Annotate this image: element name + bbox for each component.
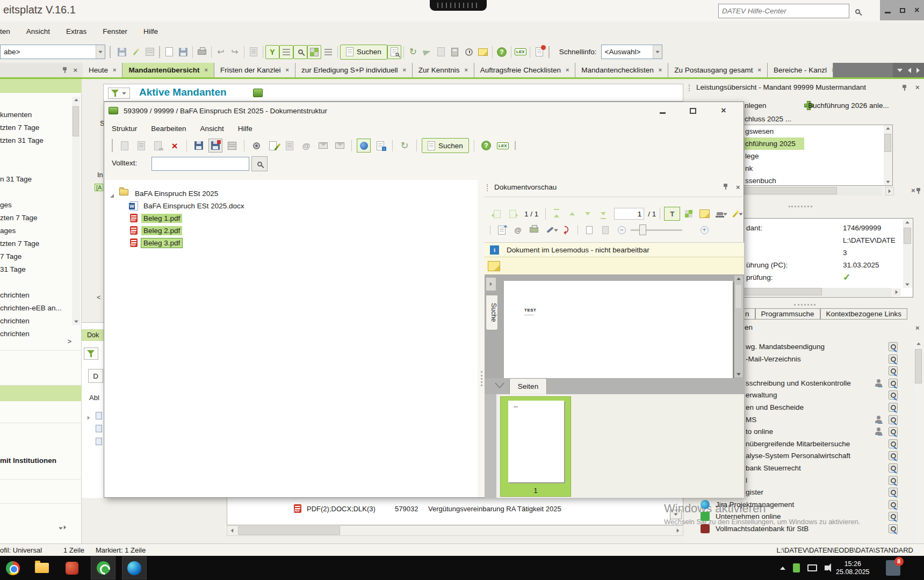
help-search-input[interactable] xyxy=(719,4,849,18)
tree-row[interactable]: Beleg 2.pdf xyxy=(105,224,478,236)
sidebar-item[interactable]: chrichten xyxy=(0,289,72,302)
sidebar-item[interactable]: kumenten xyxy=(0,108,72,121)
calculator-icon[interactable] xyxy=(448,45,462,59)
combo-arrow-icon[interactable] xyxy=(653,45,662,59)
row-fragment[interactable]: chluss 2025 ... xyxy=(745,115,791,123)
tree-view-icon[interactable]: Y xyxy=(265,45,279,59)
menu-item[interactable]: Hilfe xyxy=(238,125,252,133)
volltext-input[interactable] xyxy=(151,157,249,171)
sidebar-item[interactable]: chrichten xyxy=(0,315,72,328)
db-export-icon[interactable] xyxy=(115,45,129,59)
combo-arrow-icon[interactable] xyxy=(96,45,105,59)
dokumente-band[interactable]: Dok xyxy=(82,329,104,341)
tab[interactable]: Fristen der Kanzlei × xyxy=(214,63,295,77)
doc-search-icon[interactable] xyxy=(387,45,401,59)
zoom-slider[interactable] xyxy=(631,229,682,231)
email-at-icon[interactable]: @ xyxy=(511,223,525,236)
listbox-hscrollbar[interactable] xyxy=(740,187,882,195)
menu-item[interactable]: Bearbeiten xyxy=(151,125,186,133)
scroll-left-icon[interactable] xyxy=(227,526,237,535)
sidebar-selected-band[interactable] xyxy=(0,79,82,93)
save-icon[interactable] xyxy=(192,139,206,153)
highlighter-icon[interactable] xyxy=(728,207,742,220)
pin-icon[interactable] xyxy=(915,187,921,194)
tray-expand-icon[interactable] xyxy=(780,567,785,570)
close-icon[interactable]: × xyxy=(915,324,920,331)
row-fragment[interactable]: nlegen xyxy=(745,102,767,110)
menu-item[interactable]: Hilfe xyxy=(143,27,158,35)
last-hit-icon[interactable] xyxy=(596,207,610,220)
book-icon[interactable] xyxy=(143,45,157,59)
link-search-icon[interactable] xyxy=(889,463,898,473)
sidebar-scrollbar[interactable] xyxy=(72,97,80,325)
suche-vertical-tab[interactable]: Suche xyxy=(486,295,498,330)
fit-width-icon[interactable] xyxy=(582,223,596,236)
panel-drag-handle[interactable] xyxy=(689,84,690,91)
lex-icon[interactable]: LEX xyxy=(514,45,528,59)
tab-close-icon[interactable]: × xyxy=(285,67,288,74)
tree-row[interactable]: Beleg 1.pdf xyxy=(105,212,478,224)
menu-item[interactable]: Ansicht xyxy=(200,125,224,133)
link-search-icon[interactable] xyxy=(889,500,898,509)
lex-icon[interactable]: LEX xyxy=(496,139,510,153)
seiten-tab[interactable]: Seiten xyxy=(509,378,547,394)
copy-icon[interactable] xyxy=(247,45,261,59)
tab[interactable]: Zu Postausgang gesamt × xyxy=(668,63,768,77)
edit-task-icon[interactable] xyxy=(129,45,143,59)
page-number-input[interactable] xyxy=(614,208,644,220)
tab-list-icon[interactable] xyxy=(897,69,903,72)
link-row[interactable]: Jira Projektmanagement xyxy=(692,499,913,511)
next-hit-icon[interactable] xyxy=(581,207,595,220)
tab-close-icon[interactable]: × xyxy=(204,67,207,74)
sidebar-item[interactable]: ages xyxy=(0,224,72,237)
sidebar-item[interactable]: ges xyxy=(0,199,72,212)
details-vscrollbar[interactable] xyxy=(903,219,912,288)
list-item[interactable]: gswesen xyxy=(741,125,892,137)
network-icon[interactable] xyxy=(807,564,817,571)
eye-icon[interactable] xyxy=(249,139,263,153)
tree-row[interactable]: Beleg 3.pdf xyxy=(105,237,478,249)
close-icon[interactable]: × xyxy=(911,187,915,194)
close-icon[interactable]: × xyxy=(736,184,740,191)
text-mode-button[interactable]: T xyxy=(664,207,680,221)
sticky-note-icon[interactable] xyxy=(697,207,711,220)
listbox-scrollbar[interactable] xyxy=(884,125,892,185)
sidebar-selected-row[interactable] xyxy=(0,385,82,401)
rotate-icon[interactable]: ⤸ xyxy=(559,223,573,236)
preview-vscrollbar[interactable] xyxy=(734,276,743,378)
panel-drag-handle[interactable] xyxy=(794,304,815,306)
tree-expander-icon[interactable] xyxy=(88,416,90,420)
tree-row[interactable]: BaFA Einspruch ESt 2025 xyxy=(105,187,478,199)
tab[interactable]: Mandantenübersicht × xyxy=(122,63,214,77)
minimize-icon[interactable] xyxy=(885,12,891,13)
save-icon[interactable] xyxy=(176,45,190,59)
table-cell-meta[interactable]: PDF(2);DOCX;DLK(3) xyxy=(307,505,376,513)
tab-scroll-right-icon[interactable] xyxy=(916,68,920,73)
link-search-icon[interactable] xyxy=(889,476,898,485)
sidebar-item[interactable]: 31 Tage xyxy=(0,263,72,276)
links-scrollbar[interactable] xyxy=(914,340,923,545)
dialog-minimize-button[interactable] xyxy=(653,104,672,117)
help-icon[interactable]: ? xyxy=(495,45,509,59)
main-suchen-button[interactable]: Suchen xyxy=(340,45,387,60)
export-doc-icon[interactable] xyxy=(495,223,509,236)
sidebar-expander-icons[interactable] xyxy=(58,525,67,531)
tab[interactable]: Heute × xyxy=(83,63,122,77)
volltext-search-button[interactable] xyxy=(251,156,268,171)
link-row[interactable]: Unternehmen online xyxy=(692,511,913,523)
stopwatch-icon[interactable] xyxy=(462,45,476,59)
help-search-box[interactable] xyxy=(718,4,849,18)
list-view-icon[interactable] xyxy=(279,45,293,59)
doc-alert-icon[interactable] xyxy=(532,45,546,59)
taskbar-app-red-icon[interactable] xyxy=(60,557,84,579)
sidebar-item[interactable]: chrichten-eEB an... xyxy=(0,302,72,315)
sidebar-item[interactable]: tzten 31 Tage xyxy=(0,134,72,147)
zoom-out-icon[interactable]: − xyxy=(615,223,629,236)
page-thumbnail[interactable]: 1 xyxy=(500,396,571,497)
send-icon[interactable] xyxy=(420,45,434,59)
doc-info-icon[interactable]: i xyxy=(373,139,387,153)
taskbar-explorer-icon[interactable] xyxy=(30,557,54,579)
mail-send-icon[interactable] xyxy=(316,139,330,153)
expand-search-icon[interactable] xyxy=(486,278,496,291)
edit-sign-icon[interactable] xyxy=(266,139,280,153)
